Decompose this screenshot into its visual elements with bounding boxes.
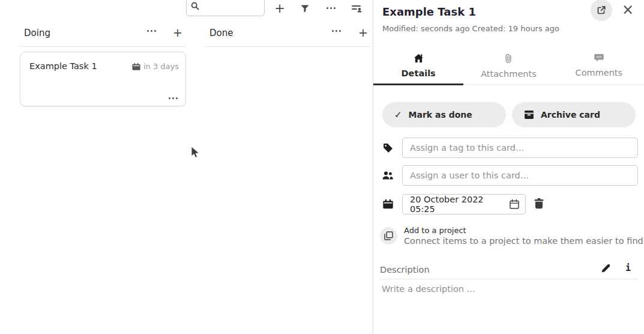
archive-card-button[interactable]: Archive card bbox=[512, 102, 636, 127]
pick-date-button[interactable] bbox=[509, 199, 525, 210]
tag-icon bbox=[383, 143, 393, 153]
mouse-cursor-icon bbox=[191, 146, 200, 159]
more-icon bbox=[147, 30, 156, 32]
stacked-windows-icon bbox=[384, 231, 393, 240]
due-date-field[interactable]: 20 October 2022 05:25 bbox=[402, 194, 526, 214]
description-label: Description bbox=[380, 265, 430, 275]
tab-attachments-label: Attachments bbox=[481, 69, 537, 79]
paperclip-icon bbox=[505, 53, 512, 64]
open-card-window-button[interactable] bbox=[591, 0, 612, 21]
close-icon: × bbox=[622, 2, 634, 17]
filter-icon bbox=[300, 4, 310, 13]
checkmark-icon: ✓ bbox=[394, 109, 402, 120]
add-to-project-title: Add to a project bbox=[404, 226, 466, 235]
tab-details[interactable]: Details bbox=[373, 49, 463, 85]
search-input[interactable] bbox=[202, 2, 259, 11]
column-done-add-button[interactable]: + bbox=[358, 26, 368, 38]
filter-button[interactable] bbox=[300, 4, 310, 13]
card-due-date: in 3 days bbox=[132, 62, 179, 71]
archive-card-label: Archive card bbox=[541, 110, 600, 120]
column-title-done: Done bbox=[209, 28, 233, 38]
chat-bubble-icon bbox=[594, 53, 604, 62]
tab-comments[interactable]: Comments bbox=[554, 49, 644, 84]
tab-attachments[interactable]: Attachments bbox=[463, 49, 553, 84]
calendar-outline-icon bbox=[509, 199, 520, 210]
tab-comments-label: Comments bbox=[576, 68, 623, 77]
archive-icon bbox=[524, 110, 534, 120]
panel-card-meta: Modified: seconds ago Created: 19 hours … bbox=[382, 24, 559, 33]
user-entry[interactable] bbox=[402, 165, 638, 186]
description-placeholder[interactable]: Write a description … bbox=[382, 284, 475, 294]
user-input[interactable] bbox=[403, 171, 637, 180]
column-doing-add-button[interactable]: + bbox=[173, 26, 182, 38]
show-assignees-button[interactable] bbox=[351, 4, 363, 13]
add-to-project-button[interactable] bbox=[380, 227, 397, 244]
list-assignees-icon bbox=[351, 4, 363, 13]
mark-as-done-label: Mark as done bbox=[409, 110, 472, 120]
add-card-button[interactable]: + bbox=[273, 2, 286, 15]
panel-tabbar: Details Attachments Comments bbox=[373, 49, 644, 85]
tag-entry[interactable] bbox=[402, 138, 638, 158]
description-info-button[interactable]: i bbox=[625, 263, 631, 273]
description-divider bbox=[380, 279, 637, 279]
search-icon bbox=[191, 2, 199, 10]
card-menu-button[interactable] bbox=[169, 97, 178, 99]
pencil-icon bbox=[601, 263, 611, 273]
edit-description-button[interactable] bbox=[601, 263, 611, 273]
calendar-icon bbox=[383, 199, 393, 209]
mark-as-done-button[interactable]: ✓ Mark as done bbox=[382, 102, 506, 127]
column-doing-divider bbox=[20, 46, 186, 47]
more-icon bbox=[332, 30, 341, 32]
open-in-new-icon bbox=[597, 5, 606, 15]
remove-due-date-button[interactable] bbox=[534, 198, 544, 209]
app-window: + Doing + Done + Example Task 1 bbox=[0, 0, 644, 334]
add-to-project-subtitle: Connect items to a project to make them … bbox=[404, 236, 643, 246]
trash-icon bbox=[534, 198, 544, 209]
column-done-menu-button[interactable] bbox=[332, 30, 341, 32]
tab-details-label: Details bbox=[402, 68, 436, 78]
more-icon bbox=[169, 97, 178, 99]
card-title: Example Task 1 bbox=[29, 61, 97, 71]
column-title-doing: Doing bbox=[24, 28, 50, 38]
card-due-label: in 3 days bbox=[143, 62, 179, 71]
due-date-value: 20 October 2022 05:25 bbox=[403, 195, 509, 214]
column-done-divider bbox=[205, 46, 371, 47]
close-panel-button[interactable]: × bbox=[621, 1, 635, 18]
board-menu-button[interactable] bbox=[327, 7, 336, 9]
tag-input[interactable] bbox=[403, 143, 637, 153]
calendar-icon bbox=[132, 62, 140, 71]
search-field[interactable] bbox=[186, 0, 265, 16]
people-icon bbox=[381, 171, 394, 180]
home-icon bbox=[414, 53, 424, 63]
panel-card-title: Example Task 1 bbox=[382, 5, 476, 18]
task-card[interactable]: Example Task 1 in 3 days bbox=[20, 52, 186, 106]
more-icon bbox=[327, 7, 336, 9]
column-doing-menu-button[interactable] bbox=[147, 30, 156, 32]
